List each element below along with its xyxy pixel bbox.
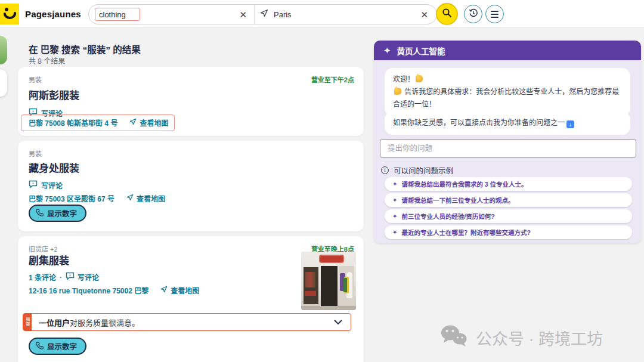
phone-icon: [36, 209, 44, 218]
suggested-question[interactable]: ✦ 请帮我总结一下前三位专业人士的观点。: [385, 193, 632, 207]
suggested-question[interactable]: ✦ 最近的专业人士在哪里？附近有哪些交通方式?: [385, 225, 632, 239]
listing-name[interactable]: 剧集服装: [29, 252, 69, 267]
sparkle-icon: ✦: [392, 213, 397, 219]
listing-card[interactable]: 旧货店 +2 营业至晚上8点 剧集服装 1 条评论 · 写评论 12-16 16…: [18, 236, 364, 362]
ai-hint-message: 如果你缺乏灵感，可以直接点击我为你准备的问题之一↓: [385, 112, 630, 135]
location-cursor-icon: [260, 9, 268, 20]
page: Pagesjaunes ✕ ✕: [0, 0, 644, 362]
ai-panel-header: ✦ 黄页人工智能: [374, 41, 641, 60]
listing-category: 男装: [29, 75, 42, 84]
listing-name[interactable]: 藏身处服装: [29, 160, 79, 175]
point-hand-emoji: [394, 88, 401, 95]
address-row: 12-16 16 rue Tiquetonne 75002 巴黎 查看地图: [29, 285, 199, 295]
chevron-down-icon[interactable]: [334, 320, 351, 325]
storefront-photo[interactable]: [301, 252, 356, 310]
topbar: Pagesjaunes ✕ ✕: [0, 0, 644, 28]
listing-card[interactable]: 男装 营业至下午2点 阿斯彭服装 写评论 巴黎 75008 帕斯基耶街 4 号: [18, 67, 364, 136]
pagesjaunes-logo[interactable]: [0, 4, 19, 24]
down-arrow-emoji: ↓: [566, 120, 574, 128]
history-clock-icon: [469, 8, 478, 20]
address-row: 巴黎 75003 区圣殿街 67 号 查看地图: [29, 193, 165, 203]
info-icon: i: [381, 166, 389, 174]
phone-icon: [36, 342, 44, 351]
opening-hours: 营业至下午2点: [311, 75, 354, 84]
ai-assistant-panel: ✦ 黄页人工智能 欢迎！ 告诉我您的具体需求：我会分析比较这些专业人士，然后为您…: [374, 41, 641, 243]
speech-bubble-icon: [66, 272, 75, 282]
clear-search-icon[interactable]: ✕: [238, 9, 248, 20]
results-title: 在 巴黎 搜索 “服装” 的结果: [29, 42, 141, 55]
map-cursor-icon: [160, 286, 168, 295]
brand-name: Pagesjaunes: [25, 9, 81, 19]
reviews-row: 1 条评论 · 写评论: [29, 272, 99, 282]
summary-tab-label: 摘要: [23, 314, 32, 330]
view-map-link[interactable]: 查看地图: [160, 285, 199, 295]
sparkle-icon: ✦: [392, 197, 397, 203]
examples-header: i 可以问的问题示例: [381, 165, 453, 176]
listing-address: 巴黎 75003 区圣殿街 67 号: [29, 193, 114, 203]
menu-button[interactable]: [485, 5, 504, 23]
keyword-highlight-box: [95, 8, 140, 21]
wechat-icon: [440, 324, 467, 352]
review-summary-bar[interactable]: 摘要 一位用户对服务质量很满意。: [23, 313, 351, 331]
dot-separator: ·: [60, 273, 62, 281]
wave-hand-emoji: [416, 75, 423, 82]
watermark: 公众号 · 跨境工坊: [440, 324, 603, 352]
search-bar: ✕ ✕: [88, 4, 437, 24]
search-button[interactable]: [436, 3, 458, 25]
sparkle-icon: ✦: [392, 181, 397, 187]
ai-question-input[interactable]: [380, 139, 636, 158]
location-input[interactable]: [274, 10, 414, 19]
reviews-count-link[interactable]: 1 条评论: [29, 272, 56, 282]
map-cursor-icon: [129, 118, 137, 127]
ai-welcome-message: 欢迎！ 告诉我您的具体需求：我会分析比较这些专业人士，然后为您推荐最合适的一位！: [385, 68, 630, 116]
watermark-text: 公众号 · 跨境工坊: [476, 326, 603, 349]
sparkle-icon: ✦: [383, 46, 391, 55]
listing-card[interactable]: 男装 藏身处服装 写评论 巴黎 75003 区圣殿街 67 号 查看地图: [18, 141, 364, 231]
summary-text: 一位用户对服务质量很满意。: [32, 317, 334, 328]
location-section: ✕: [255, 9, 436, 20]
address-highlight-box: 巴黎 75008 帕斯基耶街 4 号 查看地图: [21, 115, 175, 131]
results-count: 共 8 个结果: [29, 55, 65, 66]
ai-panel-title: 黄页人工智能: [397, 45, 445, 57]
examples-title: 可以问的问题示例: [394, 165, 453, 176]
keyword-section: ✕: [89, 8, 254, 21]
view-map-link[interactable]: 查看地图: [126, 193, 165, 203]
sparkle-icon: ✦: [392, 229, 397, 236]
listing-address: 巴黎 75008 帕斯基耶街 4 号: [29, 117, 117, 128]
clear-location-icon[interactable]: ✕: [419, 9, 429, 20]
show-number-button[interactable]: 显示数字: [29, 338, 86, 355]
float-button[interactable]: [0, 69, 7, 97]
speech-bubble-icon: [29, 180, 38, 190]
hamburger-icon: [491, 11, 499, 18]
view-map-link[interactable]: 查看地图: [129, 117, 168, 128]
listing-category: 男装: [29, 148, 42, 158]
smiley-logo-icon: [2, 5, 17, 24]
search-input[interactable]: [99, 10, 136, 19]
map-float-button[interactable]: [0, 36, 7, 64]
listing-name[interactable]: 阿斯彭服装: [29, 87, 79, 102]
suggested-question[interactable]: ✦ 前三位专业人员的经验/资历如何?: [385, 209, 632, 223]
suggested-question[interactable]: ✦ 请帮我总结出最符合我需求的 3 位专业人士。: [385, 177, 632, 191]
magnifier-icon: [442, 8, 452, 20]
map-cursor-icon: [126, 194, 134, 203]
write-review-link[interactable]: 写评论: [29, 180, 63, 190]
show-number-button[interactable]: 显示数字: [29, 205, 86, 222]
listing-address: 12-16 16 rue Tiquetonne 75002 巴黎: [29, 285, 148, 295]
write-review-link[interactable]: 写评论: [66, 272, 99, 282]
history-button[interactable]: [464, 5, 482, 23]
